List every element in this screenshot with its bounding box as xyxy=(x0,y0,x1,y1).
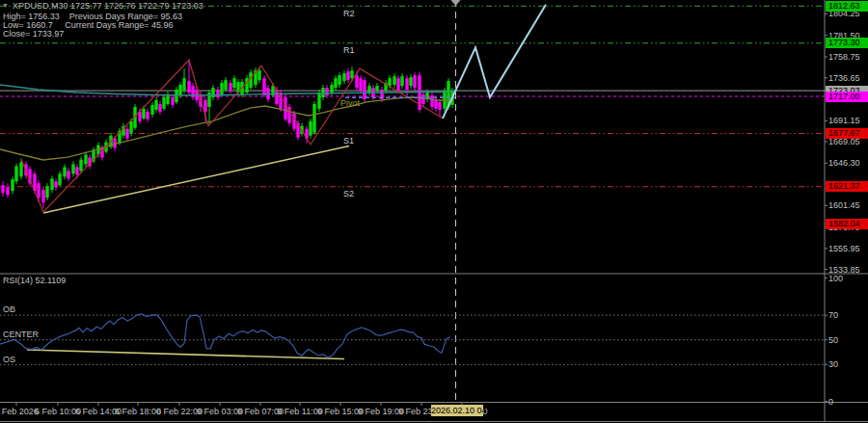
crosshair-time-badge: 2026.02.10 04:30 xyxy=(431,405,483,416)
candle-body xyxy=(19,162,22,176)
trading-chart-window: ▼ XPDUSD,M30 1725.77 1726.76 1722.79 172… xyxy=(0,0,868,423)
candle-body xyxy=(45,186,48,198)
price-axis-badge: 1582.04 xyxy=(826,219,868,229)
pivot-level-label: Pivot xyxy=(340,98,360,108)
candle-body xyxy=(350,70,353,78)
price-axis-badge: 1717.00 xyxy=(826,92,868,102)
price-axis-label: 1601.45 xyxy=(828,200,860,211)
candle-body xyxy=(346,71,349,80)
candle-body xyxy=(232,78,235,88)
candle-body xyxy=(375,86,378,91)
crosshair-top-marker-icon xyxy=(451,0,461,6)
candle-body xyxy=(158,104,161,112)
rsi-overbought-label: OB xyxy=(3,304,15,314)
zigzag-line xyxy=(21,60,443,212)
candle-body xyxy=(396,78,399,91)
candle-body xyxy=(178,85,181,95)
candle-body xyxy=(142,109,145,119)
candle-body xyxy=(216,90,219,97)
candle-body xyxy=(413,75,416,88)
candle-body xyxy=(400,76,403,86)
candle-body xyxy=(388,78,391,86)
rsi-axis-label: 30 xyxy=(828,359,838,370)
time-axis-label: 6 Feb 18:00 xyxy=(115,407,161,416)
candle-body xyxy=(229,83,231,91)
candle-body xyxy=(262,78,265,95)
olive-ma-line xyxy=(0,97,453,160)
candle-body xyxy=(54,181,57,187)
candle-body xyxy=(317,93,320,109)
candle-body xyxy=(224,80,227,90)
time-axis-label: 9 Feb 15:00 xyxy=(317,407,364,416)
candle-body xyxy=(312,104,315,133)
candle-body xyxy=(75,167,78,174)
candle-body xyxy=(187,81,190,93)
candle-body xyxy=(325,88,328,95)
candle-body xyxy=(41,190,44,202)
candle-body xyxy=(405,78,408,90)
candle-body xyxy=(154,100,157,110)
time-axis-label: 9 Feb 11:00 xyxy=(277,407,322,416)
time-axis-label: 6 Feb 22:00 xyxy=(156,407,203,416)
s2-level-label: S2 xyxy=(343,189,354,198)
candle-body xyxy=(67,171,69,178)
candle-body xyxy=(309,121,312,136)
candle-body xyxy=(14,166,17,181)
s1-level-label: S1 xyxy=(343,136,354,145)
candle-body xyxy=(367,86,370,93)
time-axis-label: 9 Feb 19:00 xyxy=(358,407,404,416)
r2-level-label: R2 xyxy=(343,9,355,18)
candle-body xyxy=(37,183,40,198)
candle-body xyxy=(443,91,446,109)
candle-body xyxy=(1,185,4,193)
candle-body xyxy=(150,105,153,115)
price-axis-label: 1555.95 xyxy=(828,244,860,254)
chart-canvas[interactable] xyxy=(0,0,868,423)
candle-body xyxy=(258,70,260,80)
candle-body xyxy=(342,73,345,81)
price-axis-label: 1736.65 xyxy=(828,73,860,84)
candle-body xyxy=(338,75,340,85)
candle-body xyxy=(330,85,333,93)
rsi-oversold-label: OS xyxy=(3,355,15,364)
candle-body xyxy=(203,100,206,112)
candle-body xyxy=(211,88,214,97)
rsi-axis-label: 100 xyxy=(828,274,843,284)
r1-level-label: R1 xyxy=(343,45,355,55)
candle-body xyxy=(363,80,366,99)
rsi-center-label: CENTER xyxy=(3,330,39,339)
price-axis-badge: 1812.63 xyxy=(826,1,868,12)
time-axis-label: 9 Feb 03:00 xyxy=(197,407,243,416)
time-axis-label: 6 Feb 10:00 xyxy=(35,407,81,416)
candle-body xyxy=(63,167,66,176)
candle-body xyxy=(11,179,14,191)
candle-body xyxy=(79,159,82,171)
candle-body xyxy=(58,173,61,185)
price-axis-label: 1691.15 xyxy=(828,116,860,126)
candle-body xyxy=(84,154,87,164)
candle-body xyxy=(249,72,252,88)
candle-body xyxy=(334,78,337,88)
candle-body xyxy=(438,102,441,110)
candle-body xyxy=(71,164,74,173)
price-axis-badge: 1677.67 xyxy=(826,128,868,139)
candle-body xyxy=(6,187,9,195)
candle-body xyxy=(284,97,286,119)
rsi-axis-label: 70 xyxy=(828,310,838,321)
candle-body xyxy=(125,129,128,139)
rsi-indicator-title: RSI(14) 52.1109 xyxy=(3,276,66,285)
price-axis-badge: 1773.30 xyxy=(826,38,868,48)
rsi-axis-label: 0 xyxy=(828,397,833,408)
candle-body xyxy=(171,97,174,105)
price-axis-label: 1758.75 xyxy=(828,52,860,63)
price-axis-label: 1646.30 xyxy=(828,158,860,169)
chart-dropdown-arrow-icon[interactable]: ▼ xyxy=(2,1,9,11)
candle-body xyxy=(182,78,185,91)
price-projection-line xyxy=(443,5,546,119)
candle-body xyxy=(50,178,53,190)
info-close: Close= 1733.97 xyxy=(3,29,64,39)
time-axis-label: 6 Feb 2026 xyxy=(0,407,39,416)
candle-body xyxy=(355,75,358,88)
candle-body xyxy=(359,78,362,91)
candle-body xyxy=(321,88,324,97)
